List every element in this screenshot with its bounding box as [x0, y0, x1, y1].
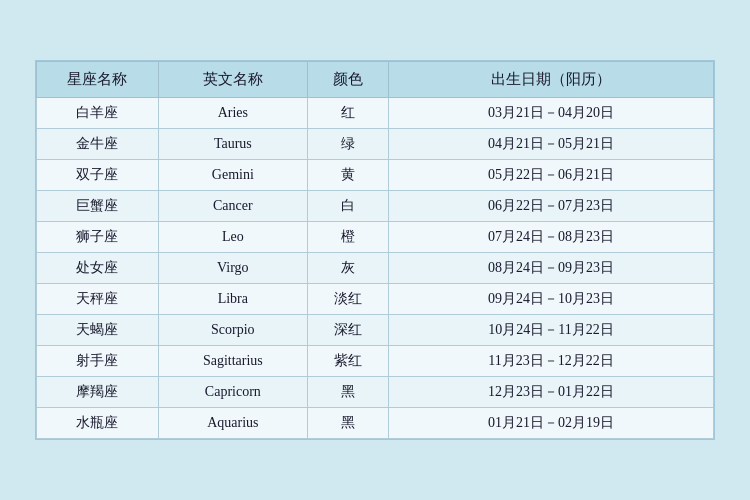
cell-color: 白 [307, 191, 388, 222]
table-row: 水瓶座Aquarius黑01月21日－02月19日 [37, 408, 714, 439]
cell-date: 04月21日－05月21日 [389, 129, 714, 160]
cell-date: 12月23日－01月22日 [389, 377, 714, 408]
cell-color: 灰 [307, 253, 388, 284]
cell-chinese: 摩羯座 [37, 377, 159, 408]
cell-chinese: 巨蟹座 [37, 191, 159, 222]
table-row: 天蝎座Scorpio深红10月24日－11月22日 [37, 315, 714, 346]
cell-color: 绿 [307, 129, 388, 160]
header-color: 颜色 [307, 62, 388, 98]
table-row: 白羊座Aries红03月21日－04月20日 [37, 98, 714, 129]
cell-english: Capricorn [158, 377, 307, 408]
cell-chinese: 双子座 [37, 160, 159, 191]
cell-color: 黑 [307, 408, 388, 439]
header-chinese: 星座名称 [37, 62, 159, 98]
cell-english: Sagittarius [158, 346, 307, 377]
cell-color: 深红 [307, 315, 388, 346]
cell-chinese: 天秤座 [37, 284, 159, 315]
cell-english: Scorpio [158, 315, 307, 346]
cell-chinese: 射手座 [37, 346, 159, 377]
table-row: 射手座Sagittarius紫红11月23日－12月22日 [37, 346, 714, 377]
header-date: 出生日期（阳历） [389, 62, 714, 98]
cell-color: 红 [307, 98, 388, 129]
cell-color: 淡红 [307, 284, 388, 315]
cell-chinese: 白羊座 [37, 98, 159, 129]
cell-english: Aries [158, 98, 307, 129]
table-row: 狮子座Leo橙07月24日－08月23日 [37, 222, 714, 253]
cell-english: Gemini [158, 160, 307, 191]
cell-date: 09月24日－10月23日 [389, 284, 714, 315]
cell-english: Taurus [158, 129, 307, 160]
table-header-row: 星座名称 英文名称 颜色 出生日期（阳历） [37, 62, 714, 98]
table-row: 双子座Gemini黄05月22日－06月21日 [37, 160, 714, 191]
cell-date: 10月24日－11月22日 [389, 315, 714, 346]
table-row: 摩羯座Capricorn黑12月23日－01月22日 [37, 377, 714, 408]
cell-chinese: 金牛座 [37, 129, 159, 160]
cell-date: 07月24日－08月23日 [389, 222, 714, 253]
zodiac-table: 星座名称 英文名称 颜色 出生日期（阳历） 白羊座Aries红03月21日－04… [36, 61, 714, 439]
table-body: 白羊座Aries红03月21日－04月20日金牛座Taurus绿04月21日－0… [37, 98, 714, 439]
table-row: 天秤座Libra淡红09月24日－10月23日 [37, 284, 714, 315]
cell-english: Aquarius [158, 408, 307, 439]
cell-english: Leo [158, 222, 307, 253]
cell-date: 05月22日－06月21日 [389, 160, 714, 191]
table-row: 巨蟹座Cancer白06月22日－07月23日 [37, 191, 714, 222]
cell-date: 03月21日－04月20日 [389, 98, 714, 129]
cell-color: 黑 [307, 377, 388, 408]
cell-date: 06月22日－07月23日 [389, 191, 714, 222]
cell-date: 08月24日－09月23日 [389, 253, 714, 284]
cell-chinese: 天蝎座 [37, 315, 159, 346]
cell-color: 黄 [307, 160, 388, 191]
cell-english: Cancer [158, 191, 307, 222]
cell-chinese: 狮子座 [37, 222, 159, 253]
cell-date: 11月23日－12月22日 [389, 346, 714, 377]
header-english: 英文名称 [158, 62, 307, 98]
cell-english: Virgo [158, 253, 307, 284]
cell-chinese: 处女座 [37, 253, 159, 284]
table-row: 金牛座Taurus绿04月21日－05月21日 [37, 129, 714, 160]
cell-date: 01月21日－02月19日 [389, 408, 714, 439]
cell-color: 橙 [307, 222, 388, 253]
zodiac-table-container: 星座名称 英文名称 颜色 出生日期（阳历） 白羊座Aries红03月21日－04… [35, 60, 715, 440]
table-row: 处女座Virgo灰08月24日－09月23日 [37, 253, 714, 284]
cell-english: Libra [158, 284, 307, 315]
cell-chinese: 水瓶座 [37, 408, 159, 439]
cell-color: 紫红 [307, 346, 388, 377]
